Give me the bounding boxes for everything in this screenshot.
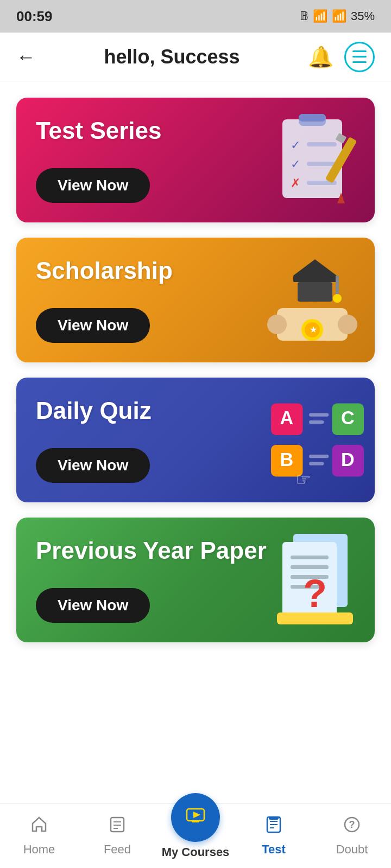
- my-courses-label: My Courses: [162, 845, 230, 859]
- clipboard-svg: ✓ ✓ ✗: [266, 108, 364, 212]
- svg-rect-2: [299, 114, 326, 122]
- svg-rect-25: [309, 413, 329, 417]
- svg-rect-50: [192, 821, 199, 822]
- svg-text:D: D: [341, 449, 355, 470]
- previous-year-illustration: ?: [266, 518, 364, 642]
- daily-quiz-illustration: A C B D ☞: [266, 378, 364, 502]
- nav-doubt[interactable]: ? Doubt: [313, 815, 391, 857]
- test-series-illustration: ✓ ✓ ✗: [266, 98, 364, 222]
- test-icon: [264, 815, 283, 839]
- svg-rect-38: [291, 556, 329, 559]
- svg-rect-32: [309, 462, 324, 465]
- status-time: 00:59: [16, 8, 53, 25]
- home-label: Home: [23, 843, 55, 857]
- menu-line-2: [352, 56, 367, 58]
- previous-year-card[interactable]: Previous Year Paper View Now ?: [16, 518, 375, 642]
- svg-rect-55: [269, 816, 279, 820]
- svg-rect-18: [293, 276, 337, 282]
- menu-line-1: [352, 50, 367, 52]
- svg-text:✗: ✗: [291, 176, 300, 190]
- my-courses-circle: [171, 793, 220, 842]
- svg-text:B: B: [280, 449, 293, 470]
- daily-quiz-card[interactable]: Daily Quiz View Now A C B: [16, 378, 375, 502]
- wifi-icon: 📶: [313, 9, 327, 23]
- test-series-view-btn[interactable]: View Now: [36, 168, 150, 203]
- bottom-nav: Home Feed My Courses: [0, 803, 391, 868]
- svg-point-14: [338, 315, 357, 334]
- svg-point-21: [333, 294, 342, 303]
- signal-icon: 📶: [332, 9, 346, 23]
- battery-text: 35%: [351, 9, 375, 23]
- main-content: Test Series View Now ✓ ✓ ✗: [0, 81, 391, 803]
- nav-test[interactable]: Test: [235, 815, 313, 857]
- nav-my-courses[interactable]: My Courses: [156, 813, 235, 859]
- svg-text:?: ?: [349, 819, 355, 830]
- test-series-card[interactable]: Test Series View Now ✓ ✓ ✗: [16, 98, 375, 222]
- scholarship-view-btn[interactable]: View Now: [36, 308, 150, 343]
- menu-line-3: [352, 61, 367, 63]
- feed-label: Feed: [104, 843, 131, 857]
- svg-rect-7: [307, 162, 337, 166]
- my-courses-icon: [184, 803, 207, 831]
- bluetooth-icon: 𝔹: [300, 9, 308, 23]
- test-label: Test: [262, 843, 286, 857]
- status-icons: 𝔹 📶 📶 35%: [300, 9, 375, 23]
- home-icon: [29, 815, 49, 839]
- svg-rect-22: [298, 282, 332, 302]
- back-button[interactable]: ←: [16, 46, 36, 68]
- scholarship-illustration: ★: [266, 238, 364, 362]
- header: ← hello, Success 🔔: [0, 33, 391, 81]
- svg-text:A: A: [280, 407, 293, 428]
- graduation-svg: ★: [266, 248, 364, 352]
- notification-bell-icon[interactable]: 🔔: [308, 45, 333, 69]
- svg-text:✓: ✓: [291, 138, 300, 152]
- svg-rect-26: [309, 420, 324, 424]
- svg-rect-43: [277, 612, 353, 624]
- menu-button[interactable]: [344, 42, 375, 72]
- page-title: hello, Success: [104, 46, 239, 68]
- svg-marker-49: [193, 812, 200, 818]
- svg-marker-19: [293, 259, 337, 276]
- doubt-icon: ?: [342, 815, 362, 839]
- svg-rect-31: [309, 455, 329, 458]
- scholarship-card[interactable]: Scholarship View Now ★: [16, 238, 375, 362]
- svg-text:★: ★: [310, 325, 317, 334]
- svg-text:C: C: [341, 407, 355, 428]
- svg-point-13: [267, 315, 287, 334]
- header-actions: 🔔: [308, 42, 375, 72]
- paper-svg: ?: [266, 528, 364, 631]
- previous-year-view-btn[interactable]: View Now: [36, 588, 150, 623]
- svg-text:?: ?: [303, 572, 327, 615]
- doubt-label: Doubt: [336, 843, 368, 857]
- status-bar: 00:59 𝔹 📶 📶 35%: [0, 0, 391, 33]
- svg-text:✓: ✓: [291, 157, 300, 171]
- svg-rect-39: [291, 565, 329, 569]
- nav-feed[interactable]: Feed: [78, 815, 156, 857]
- nav-home[interactable]: Home: [0, 815, 78, 857]
- quiz-options-svg: A C B D ☞: [266, 388, 364, 492]
- svg-rect-6: [307, 142, 337, 146]
- svg-text:☞: ☞: [295, 470, 311, 489]
- daily-quiz-view-btn[interactable]: View Now: [36, 448, 150, 483]
- feed-icon: [108, 815, 127, 839]
